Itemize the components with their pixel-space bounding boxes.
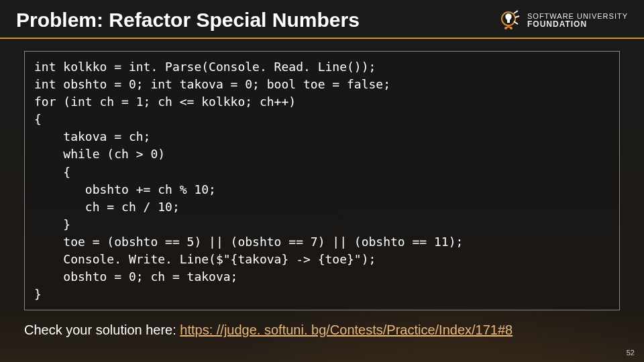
- page-number: 52: [627, 349, 635, 357]
- code-content: int kolkko = int. Parse(Console. Read. L…: [34, 58, 610, 303]
- brand-line1: SOFTWARE UNIVERSITY: [527, 13, 628, 20]
- solution-link[interactable]: https: //judge. softuni. bg/Contests/Pra…: [180, 322, 513, 337]
- footer-text: Check your solution here: https: //judge…: [24, 322, 620, 338]
- brand-logo-text: SOFTWARE UNIVERSITY FOUNDATION: [527, 13, 628, 28]
- slide-header: Problem: Refactor Special Numbers SOFTWA…: [0, 0, 644, 39]
- slide-title: Problem: Refactor Special Numbers: [16, 9, 498, 32]
- lightbulb-logo-icon: [498, 8, 522, 32]
- footer-prefix: Check your solution here:: [24, 322, 180, 337]
- brand-line2: FOUNDATION: [527, 20, 628, 28]
- brand-logo: SOFTWARE UNIVERSITY FOUNDATION: [498, 8, 628, 32]
- code-block: int kolkko = int. Parse(Console. Read. L…: [24, 51, 620, 310]
